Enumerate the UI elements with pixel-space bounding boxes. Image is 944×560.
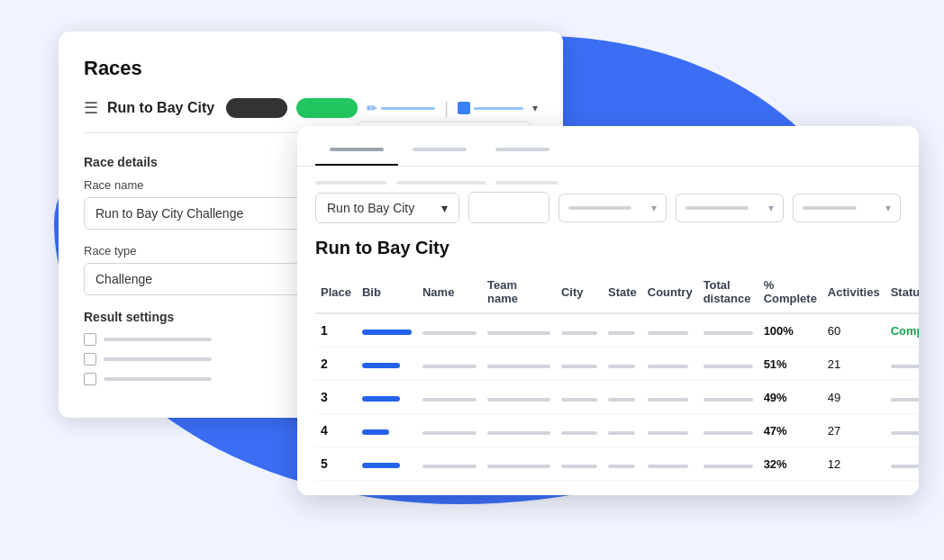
menu-icon[interactable]: ☰ <box>84 98 98 118</box>
checkbox-2[interactable] <box>84 353 96 366</box>
cell-name <box>417 348 482 381</box>
checkbox-label-3 <box>104 377 212 381</box>
cell-distance <box>698 313 758 348</box>
col-state: State <box>603 271 642 313</box>
search-input[interactable] <box>469 194 549 222</box>
filter-line-1 <box>315 181 387 185</box>
front-tabs <box>315 140 901 166</box>
cell-team <box>482 447 556 481</box>
cell-status <box>885 348 919 381</box>
col-distance: Total distance <box>698 271 758 313</box>
checkbox-1[interactable] <box>84 333 96 346</box>
cell-pct: 51% <box>758 348 822 381</box>
cell-pct: 47% <box>758 414 822 447</box>
cell-status <box>885 414 919 447</box>
table-row: 1100%60Complete <box>315 313 919 348</box>
search-row: Run to Bay City ▾ ▾ ▾ <box>315 192 901 223</box>
edit-line-1[interactable]: ✏ <box>367 101 435 115</box>
cell-activities: 12 <box>822 447 885 481</box>
cell-pct: 49% <box>758 381 822 414</box>
checkbox-label-1 <box>104 338 212 341</box>
pill-dark <box>226 98 287 118</box>
dropdown-filter-1[interactable]: ▾ <box>558 194 667 222</box>
cell-country <box>642 313 698 348</box>
cell-city <box>556 348 603 381</box>
pencil-icon: ✏ <box>367 101 377 115</box>
col-activities: Activities <box>822 271 885 313</box>
cell-bib <box>357 414 417 447</box>
pill-green <box>296 98 358 118</box>
col-city: City <box>556 271 603 313</box>
cell-team <box>482 313 556 348</box>
cell-name <box>417 414 482 447</box>
cell-name <box>417 381 482 414</box>
cell-state <box>603 381 642 414</box>
col-team: Team name <box>482 271 556 313</box>
checkbox-3[interactable] <box>84 373 96 385</box>
cell-bib <box>357 313 417 348</box>
cell-place: 4 <box>315 414 357 447</box>
cell-distance <box>698 414 758 447</box>
square-icon <box>458 102 470 114</box>
checkbox-label-2 <box>104 357 212 361</box>
cell-activities: 60 <box>822 313 885 348</box>
cell-distance <box>698 348 758 381</box>
tab-2[interactable] <box>398 140 481 166</box>
col-status: Status <box>885 271 919 313</box>
cell-team <box>482 381 556 414</box>
cell-team <box>482 348 556 381</box>
toolbar-race-name: Run to Bay City <box>107 100 217 116</box>
col-place: Place <box>315 271 357 313</box>
dropdown-filter-3[interactable]: ▾ <box>793 194 901 222</box>
col-bib: Bib <box>357 271 417 313</box>
cell-activities: 21 <box>822 348 885 381</box>
cell-bib <box>357 348 417 381</box>
cell-country <box>642 414 698 447</box>
cell-state <box>603 313 642 348</box>
chevron-down-icon[interactable]: ▾ <box>532 102 538 114</box>
cell-city <box>556 447 603 481</box>
separator: | <box>444 99 449 118</box>
race-name-input[interactable] <box>84 197 318 230</box>
front-top-bar <box>297 126 919 167</box>
dropdown-value: Run to Bay City <box>327 201 414 215</box>
table-row: 447%27 <box>315 414 919 447</box>
cell-activities: 27 <box>822 414 885 447</box>
races-title: Races <box>84 57 538 80</box>
cell-status <box>885 447 919 481</box>
cell-country <box>642 348 698 381</box>
results-table: Place Bib Name Team name City State Coun… <box>315 271 919 481</box>
dropdown-filter-1-chevron: ▾ <box>651 202 657 214</box>
cell-state <box>603 447 642 481</box>
line-decoration-2 <box>474 107 523 110</box>
filter-row <box>315 181 901 185</box>
dropdown-filter-2[interactable]: ▾ <box>676 194 784 222</box>
search-input-wrap <box>468 192 549 223</box>
filter-line-2 <box>396 181 486 185</box>
race-type-input[interactable] <box>84 263 318 295</box>
cell-status <box>885 381 919 414</box>
cell-place: 5 <box>315 447 357 481</box>
cell-activities: 49 <box>822 381 885 414</box>
table-row: 532%12 <box>315 447 919 481</box>
cell-name <box>417 447 482 481</box>
cell-status: Complete <box>885 313 919 348</box>
filter-line-3 <box>495 181 558 185</box>
cell-bib <box>357 381 417 414</box>
tab-1[interactable] <box>315 140 398 166</box>
cell-country <box>642 381 698 414</box>
edit-line-2[interactable] <box>458 102 523 114</box>
cell-distance <box>698 381 758 414</box>
race-dropdown[interactable]: Run to Bay City ▾ <box>315 193 459 223</box>
dropdown-filter-3-chevron: ▾ <box>885 202 891 214</box>
cell-state <box>603 414 642 447</box>
cell-state <box>603 348 642 381</box>
cell-name <box>417 313 482 348</box>
table-section-heading: Run to Bay City <box>315 238 901 258</box>
cell-city <box>556 414 603 447</box>
tab-3[interactable] <box>481 140 564 166</box>
cell-place: 1 <box>315 313 357 348</box>
cell-pct: 32% <box>758 447 822 481</box>
cell-city <box>556 381 603 414</box>
table-row: 251%21 <box>315 348 919 381</box>
